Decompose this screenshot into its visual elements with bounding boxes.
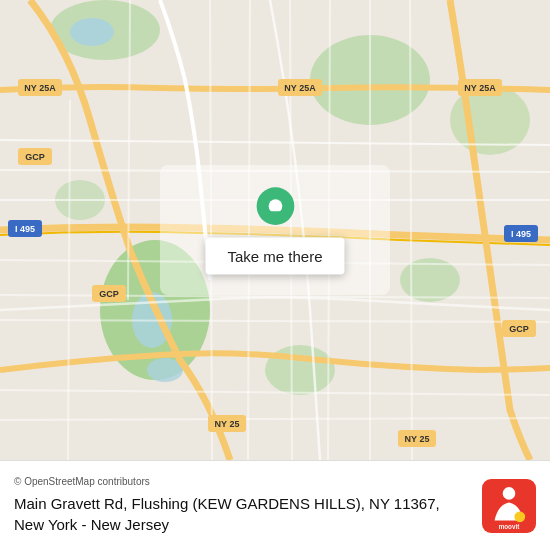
map-container: NY 25A NY 25A NY 25A I 495 I 495 GCP GCP…: [0, 0, 550, 460]
info-bar: © OpenStreetMap contributors Main Gravet…: [0, 460, 550, 550]
moovit-logo: moovit: [482, 479, 536, 533]
svg-text:NY 25: NY 25: [215, 419, 240, 429]
svg-point-51: [503, 487, 516, 500]
location-pin-icon: [251, 186, 299, 234]
svg-text:NY 25A: NY 25A: [284, 83, 316, 93]
svg-text:NY 25A: NY 25A: [464, 83, 496, 93]
svg-point-52: [514, 511, 525, 522]
svg-point-8: [70, 18, 114, 46]
svg-text:NY 25A: NY 25A: [24, 83, 56, 93]
address-text: Main Gravett Rd, Flushing (KEW GARDENS H…: [14, 493, 468, 535]
attribution-text: © OpenStreetMap contributors: [14, 476, 150, 487]
svg-text:NY 25: NY 25: [405, 434, 430, 444]
svg-text:GCP: GCP: [25, 152, 45, 162]
address-section: © OpenStreetMap contributors Main Gravet…: [14, 476, 468, 535]
svg-point-48: [268, 199, 282, 213]
svg-text:I 495: I 495: [15, 224, 35, 234]
svg-text:I 495: I 495: [511, 229, 531, 239]
take-me-there-button[interactable]: Take me there: [205, 238, 344, 275]
svg-point-5: [265, 345, 335, 395]
svg-text:GCP: GCP: [509, 324, 529, 334]
moovit-icon: moovit: [482, 479, 536, 533]
svg-text:moovit: moovit: [499, 522, 521, 529]
navigation-prompt: Take me there: [205, 186, 344, 275]
attribution: © OpenStreetMap contributors: [14, 476, 468, 487]
svg-text:GCP: GCP: [99, 289, 119, 299]
